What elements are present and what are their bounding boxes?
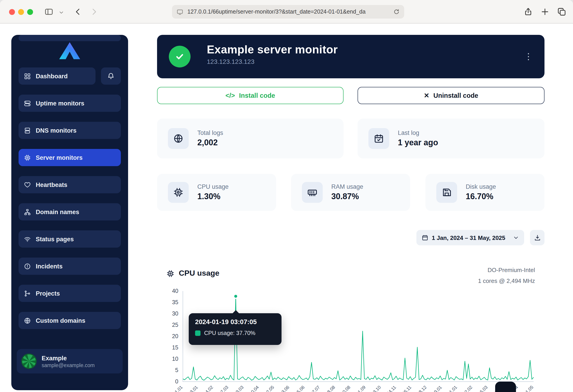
total-logs-card: Total logs 2,002	[157, 119, 343, 159]
svg-text:35: 35	[172, 299, 178, 305]
page-title: Example server monitor	[207, 43, 338, 56]
disk-usage-card: Disk usage 16.70%	[426, 174, 544, 211]
sidebar-item-label: Status pages	[36, 236, 74, 242]
sidebar-item-status-pages[interactable]: Status pages	[18, 231, 121, 248]
svg-text:13.10: 13.10	[370, 385, 382, 392]
sidebar-item-label: Projects	[36, 290, 60, 297]
svg-text:03.06: 03.06	[279, 385, 290, 392]
sidebar-item-incidents[interactable]: Incidents	[18, 258, 121, 275]
server-info: DO-Premium-Intel 1 cores @ 2,494 MHz	[478, 265, 535, 286]
stat-label: RAM usage	[331, 183, 363, 190]
stat-value: 2,002	[197, 138, 223, 148]
reload-icon[interactable]	[393, 9, 400, 15]
calendar-icon	[422, 234, 428, 241]
svg-text:04.11: 04.11	[386, 385, 397, 392]
svg-text:20: 20	[172, 333, 178, 339]
sidebar-item-server-monitors[interactable]: Server monitors	[18, 149, 121, 166]
grid-icon	[24, 73, 31, 79]
monitor-header-card: Example server monitor 123.123.123.123 ⋮	[157, 35, 544, 78]
branch-icon	[24, 290, 31, 297]
new-tab-icon[interactable]	[540, 7, 550, 16]
cpu-icon	[167, 269, 174, 277]
svg-text:29.03: 29.03	[233, 385, 244, 392]
stat-label: Total logs	[197, 129, 223, 136]
share-icon[interactable]	[524, 7, 533, 16]
user-name: Example	[42, 355, 95, 361]
sidebar-item-label: Domain names	[36, 208, 79, 215]
forward-icon[interactable]	[90, 7, 99, 16]
uninstall-code-button[interactable]: ✕ Uninstall code	[358, 87, 544, 104]
svg-text:15: 15	[172, 344, 178, 351]
stat-value: 1.30%	[197, 192, 229, 201]
code-icon: </>	[225, 92, 235, 99]
svg-text:18.12: 18.12	[416, 385, 428, 392]
svg-text:26.11: 26.11	[401, 385, 412, 392]
stat-label: CPU usage	[197, 183, 229, 190]
sidebar-item-label: DNS monitors	[36, 127, 76, 134]
sidebar-item-custom-domains[interactable]: Custom domains	[18, 312, 121, 329]
notifications-button[interactable]	[101, 68, 121, 85]
bell-icon	[107, 72, 114, 80]
user-card[interactable]: Example sample@example.com	[17, 349, 123, 374]
server-name: DO-Premium-Intel	[478, 265, 535, 276]
date-range-picker[interactable]: 1 Jan, 2024 – 31 May, 2025	[416, 230, 524, 245]
sidebar-item-heartbeats[interactable]: Heartbeats	[18, 176, 121, 193]
sidebar-item-dns-monitors[interactable]: DNS monitors	[18, 122, 121, 139]
minimize-window-button[interactable]	[18, 9, 24, 15]
kebab-menu-icon[interactable]: ⋮	[522, 50, 535, 62]
svg-text:30.08: 30.08	[340, 385, 351, 392]
svg-text:16.03: 16.03	[477, 385, 489, 392]
address-bar[interactable]: 127.0.0.1/66uptime/server-monitor/3?&sta…	[172, 5, 404, 18]
svg-text:21.09: 21.09	[355, 385, 367, 392]
status-ok-icon	[169, 46, 191, 68]
sidebar-item-label: Uptime monitors	[36, 100, 84, 107]
sidebar-item-uptime-monitors[interactable]: Uptime monitors	[18, 95, 121, 112]
stat-label: Last log	[398, 129, 438, 136]
svg-text:07.03: 07.03	[218, 385, 229, 392]
chart-title: CPU usage	[167, 269, 219, 278]
server-cpu-spec: 1 cores @ 2,494 MHz	[478, 276, 535, 286]
svg-text:25: 25	[172, 321, 178, 328]
svg-text:09.01: 09.01	[431, 385, 443, 392]
heart-icon	[24, 181, 31, 188]
sidebar-item-projects[interactable]: Projects	[18, 285, 121, 302]
zoom-window-button[interactable]	[27, 9, 33, 15]
svg-text:17.07: 17.07	[309, 385, 321, 392]
cpu-icon	[24, 154, 31, 161]
svg-text:14.02: 14.02	[202, 385, 214, 392]
tooltip-timestamp: 2024-01-19 03:07:05	[195, 318, 275, 325]
sidebar-item-domain-names[interactable]: Domain names	[18, 203, 121, 220]
stat-value: 16.70%	[466, 192, 496, 201]
sidebar: Dashboard Uptime monitorsDNS monitorsSer…	[11, 35, 128, 390]
svg-text:40: 40	[172, 288, 178, 294]
chevron-down-icon[interactable]	[59, 10, 64, 15]
svg-text:0: 0	[175, 378, 178, 385]
floating-action-button[interactable]	[495, 382, 516, 392]
download-report-button[interactable]	[530, 230, 544, 245]
globe-icon	[168, 128, 189, 149]
globe-icon	[24, 317, 31, 324]
tooltip-value: CPU usage: 37.70%	[204, 330, 255, 336]
disk-icon	[436, 182, 457, 203]
series-color-swatch	[195, 330, 200, 336]
browser-chrome: 127.0.0.1/66uptime/server-monitor/3?&sta…	[0, 0, 573, 23]
dashboard-row: Dashboard	[18, 68, 121, 85]
back-icon[interactable]	[73, 7, 82, 16]
sidebar-toggle-icon[interactable]	[44, 7, 54, 16]
close-window-button[interactable]	[9, 9, 15, 15]
last-log-card: Last log 1 year ago	[358, 119, 544, 159]
cpu-usage-card: CPU usage 1.30%	[157, 174, 276, 211]
ram-usage-card: RAM usage 30.87%	[291, 174, 410, 211]
tab-overview-icon[interactable]	[557, 7, 566, 16]
install-code-button[interactable]: </> Install code	[157, 87, 343, 104]
url-text[interactable]: 127.0.0.1/66uptime/server-monitor/3?&sta…	[187, 9, 390, 15]
svg-text:5: 5	[175, 367, 178, 373]
cpu-icon	[168, 182, 189, 203]
ram-icon	[302, 182, 323, 203]
svg-text:12.05: 12.05	[263, 385, 275, 392]
sidebar-item-dashboard[interactable]: Dashboard	[18, 68, 95, 85]
sidebar-item-label: Heartbeats	[36, 181, 68, 188]
svg-text:21.05: 21.05	[523, 385, 534, 392]
user-email: sample@example.com	[42, 362, 95, 368]
stat-label: Disk usage	[466, 183, 496, 190]
